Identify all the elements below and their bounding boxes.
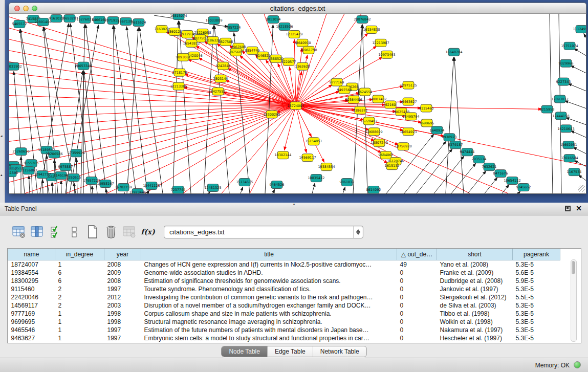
table-row[interactable]: 1872400712008Changes of HCN gene express… xyxy=(8,260,560,269)
graph-node[interactable]: 9861012 xyxy=(340,179,355,186)
table-cell[interactable]: 9699695 xyxy=(8,318,55,326)
graph-edge[interactable] xyxy=(584,34,586,39)
graph-edge[interactable] xyxy=(241,187,243,193)
table-cell[interactable]: 22420046 xyxy=(8,293,55,301)
table-cell[interactable]: Disruption of a novel member of a sodium… xyxy=(141,301,397,310)
table-cell[interactable]: 19384554 xyxy=(8,269,55,277)
graph-edge[interactable] xyxy=(209,192,210,193)
graph-node[interactable]: 8938923 xyxy=(442,134,457,141)
table-cell[interactable]: 5.3E-5 xyxy=(513,301,560,310)
table-cell[interactable]: 5.3E-5 xyxy=(513,310,560,318)
table-cell[interactable]: 5.3E-5 xyxy=(513,285,560,293)
graph-node[interactable]: 20053346 xyxy=(75,62,92,70)
table-cell[interactable]: de Silva et al. (2003) xyxy=(437,301,513,310)
gutter-collapse-icon[interactable]: ◂ xyxy=(1,134,3,138)
graph-edge[interactable] xyxy=(139,28,163,193)
table-row[interactable]: 2242004622012Investigating the contribut… xyxy=(8,293,560,301)
table-cell[interactable]: 1998 xyxy=(104,310,141,318)
graph-edge[interactable] xyxy=(568,83,586,91)
graph-edge[interactable] xyxy=(113,26,117,193)
graph-edge[interactable] xyxy=(296,105,307,152)
graph-node[interactable]: 2935114 xyxy=(472,156,487,163)
table-row[interactable]: 1456911722003Disruption of a novel membe… xyxy=(8,301,560,310)
graph-node[interactable]: 18441125 xyxy=(143,182,160,190)
graph-edge[interactable] xyxy=(92,186,93,193)
table-settings-icon[interactable] xyxy=(11,224,27,239)
graph-node[interactable]: 1640934 xyxy=(430,126,445,134)
table-cell[interactable]: 9463627 xyxy=(8,334,55,342)
column-header[interactable]: pagerank xyxy=(513,249,560,260)
table-cell[interactable]: 5.5E-5 xyxy=(513,293,560,301)
graph-node[interactable]: 10688609 xyxy=(365,128,382,136)
tab-network-table[interactable]: Network Table xyxy=(313,346,366,357)
graph-node[interactable]: 12325419 xyxy=(286,30,302,38)
graph-node[interactable]: 9975887 xyxy=(58,163,73,171)
table-cell[interactable]: Tourette syndrome. Phenomenology and cla… xyxy=(141,285,397,293)
graph-edge[interactable] xyxy=(518,191,520,193)
graph-node[interactable]: 10654923 xyxy=(400,128,417,136)
table-cell[interactable]: 5.9E-5 xyxy=(513,277,560,285)
table-cell[interactable]: Stergiakouli et al. (2012) xyxy=(437,293,513,301)
table-cell[interactable]: 2003 xyxy=(104,301,141,310)
table-cell[interactable]: 5.3E-5 xyxy=(513,318,560,326)
table-cell[interactable]: 9115460 xyxy=(8,285,55,293)
graph-node[interactable]: 25260650 xyxy=(12,148,29,156)
table-cell[interactable]: Estimation of significance thresholds fo… xyxy=(141,277,397,285)
graph-node[interactable]: 1167534 xyxy=(567,168,582,176)
graph-edge[interactable] xyxy=(199,58,296,105)
table-cell[interactable]: 2012 xyxy=(104,293,141,301)
graph-edge[interactable] xyxy=(550,14,553,193)
graph-node[interactable]: 15720407 xyxy=(360,117,377,125)
column-header[interactable]: △ out_de… xyxy=(397,249,437,260)
table-cell[interactable]: 5.3E-5 xyxy=(513,334,560,342)
table-cell[interactable]: 0 xyxy=(397,334,437,342)
graph-node[interactable]: 2718176 xyxy=(172,69,187,76)
graph-node[interactable]: 7237744 xyxy=(171,186,186,193)
graph-node[interactable]: 18756928 xyxy=(395,143,411,150)
table-row[interactable]: 1830029562008Estimation of significance … xyxy=(8,277,560,285)
close-panel-icon[interactable]: ✕ xyxy=(576,204,582,212)
graph-node[interactable]: 6379187 xyxy=(448,141,463,149)
graph-node[interactable]: 16033809 xyxy=(205,16,222,24)
graph-edge[interactable] xyxy=(9,105,296,168)
graph-edge[interactable] xyxy=(265,25,273,193)
graph-node[interactable]: 19384554 xyxy=(318,163,335,171)
graph-edge[interactable] xyxy=(559,14,561,193)
graph-node[interactable]: 12213385 xyxy=(170,82,187,90)
graph-edge[interactable] xyxy=(61,181,61,193)
graph-node[interactable]: 9893061 xyxy=(176,53,191,61)
table-cell[interactable]: 0 xyxy=(397,318,437,326)
table-cell[interactable]: Nakamura et al. (1997) xyxy=(437,326,513,334)
graph-node[interactable]: 10653287 xyxy=(61,14,78,22)
new-document-icon[interactable] xyxy=(85,224,100,239)
graph-node[interactable]: 7615524 xyxy=(132,18,146,26)
graph-node[interactable]: 7386372 xyxy=(353,106,368,114)
graph-edge[interactable] xyxy=(42,180,43,193)
table-cell[interactable]: 1 xyxy=(55,318,104,326)
graph-edge[interactable] xyxy=(9,84,296,106)
gutter-collapse-icon[interactable]: ▴ xyxy=(1,173,3,177)
graph-node[interactable]: 9875685 xyxy=(229,48,244,56)
graph-node[interactable]: 15276021 xyxy=(76,15,93,23)
graph-node[interactable]: 12093832 xyxy=(551,95,568,103)
graph-node[interactable]: 8471676 xyxy=(493,170,508,178)
table-cell[interactable]: 2 xyxy=(55,293,104,301)
table-cell[interactable]: Yano et al. (2008) xyxy=(437,260,513,269)
table-cell[interactable]: 49 xyxy=(397,260,437,269)
table-cell[interactable]: 1 xyxy=(55,310,104,318)
citation-network-graph[interactable]: 5405572741588320891406916102310653287152… xyxy=(9,14,586,193)
graph-edge[interactable] xyxy=(434,156,464,193)
graph-edge[interactable] xyxy=(173,21,179,193)
table-row[interactable]: 946554611997Estimation of the future num… xyxy=(8,326,560,334)
graph-node[interactable]: 7632621 xyxy=(482,163,497,171)
graph-edge[interactable] xyxy=(214,26,229,193)
graph-node[interactable]: 7857224 xyxy=(226,24,241,31)
table-cell[interactable]: 0 xyxy=(397,269,437,277)
table-cell[interactable]: 6 xyxy=(55,269,104,277)
graph-node[interactable]: 12481325 xyxy=(204,184,221,192)
table-row[interactable]: 911546021997Tourette syndrome. Phenomeno… xyxy=(8,285,560,293)
table-cell[interactable]: Genome-wide association studies in ADHD. xyxy=(141,269,397,277)
graph-node[interactable]: 9497568 xyxy=(337,86,352,94)
table-cell[interactable]: 0 xyxy=(397,277,437,285)
graph-node[interactable]: 19218506 xyxy=(276,23,293,30)
